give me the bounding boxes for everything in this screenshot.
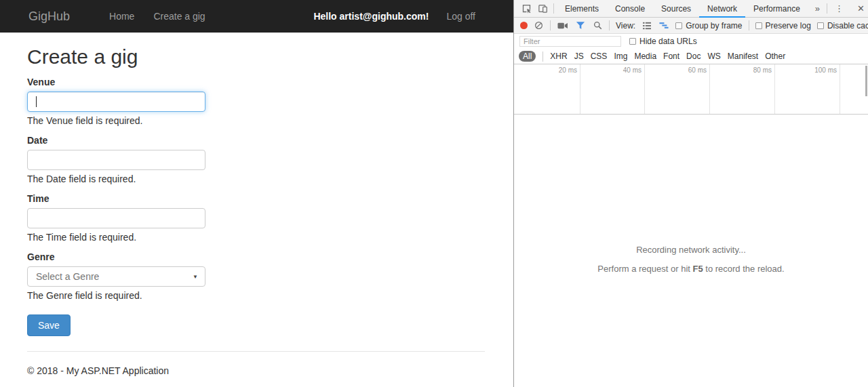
tabs-overflow-icon[interactable]: » xyxy=(808,3,827,14)
network-toolbar: View: Group by frame Preserve log Disabl… xyxy=(514,18,868,34)
tab-network[interactable]: Network xyxy=(699,0,745,18)
group-by-frame-label: Group by frame xyxy=(686,21,742,30)
hint-text-pre: Perform a request or hit xyxy=(597,264,692,274)
date-input[interactable] xyxy=(27,150,205,170)
group-by-frame-checkbox[interactable] xyxy=(675,22,682,29)
close-icon[interactable]: ✕ xyxy=(851,3,868,14)
disable-cache-option: Disable cac xyxy=(817,21,868,30)
request-type-filters: All XHR JS CSS Img Media Font Doc WS Man… xyxy=(514,49,868,64)
browser-page: GigHub Home Create a gig Hello artist@gi… xyxy=(0,0,513,387)
network-filter-row: Hide data URLs xyxy=(514,34,868,49)
divider xyxy=(749,20,749,30)
timeline-gridline xyxy=(580,64,580,114)
venue-input-wrap xyxy=(27,91,205,112)
timeline-tick: 80 ms xyxy=(753,66,772,74)
network-overview-timeline[interactable]: 20 ms 40 ms 60 ms 80 ms 100 ms xyxy=(514,64,868,115)
nav-item-home[interactable]: Home xyxy=(109,11,134,22)
save-button[interactable]: Save xyxy=(27,314,71,336)
venue-label: Venue xyxy=(27,77,485,87)
hide-data-urls-label: Hide data URLs xyxy=(639,37,697,46)
device-toolbar-icon[interactable] xyxy=(534,1,551,17)
timeline-tick: 60 ms xyxy=(688,66,707,74)
genre-validation-message: The Genre field is required. xyxy=(27,290,485,301)
clear-icon[interactable] xyxy=(534,18,544,34)
hide-data-urls-checkbox[interactable] xyxy=(629,38,636,45)
time-label: Time xyxy=(27,193,485,204)
preserve-log-option: Preserve log xyxy=(755,21,811,30)
date-form-group: Date The Date field is required. xyxy=(27,135,485,184)
disable-cache-label: Disable cac xyxy=(827,21,868,30)
page-content: Create a gig Venue The Venue field is re… xyxy=(0,45,485,387)
hide-data-urls-option: Hide data URLs xyxy=(629,37,697,46)
filter-pill-css[interactable]: CSS xyxy=(591,52,608,61)
timeline-gridline xyxy=(709,64,710,114)
show-overview-icon[interactable] xyxy=(658,18,669,34)
hint-text-post: to record the reload. xyxy=(703,264,785,274)
divider xyxy=(550,20,551,30)
timeline-gridline xyxy=(774,64,775,114)
filter-pill-all[interactable]: All xyxy=(519,51,536,62)
divider xyxy=(542,52,543,62)
large-request-rows-icon[interactable] xyxy=(642,18,652,34)
filter-pill-ws[interactable]: WS xyxy=(707,52,720,61)
time-input[interactable] xyxy=(27,208,205,228)
navbar-brand[interactable]: GigHub xyxy=(28,9,70,24)
genre-label: Genre xyxy=(27,251,485,262)
genre-select[interactable]: Select a Genre ▼ xyxy=(27,266,205,287)
venue-form-group: Venue The Venue field is required. xyxy=(27,77,485,126)
record-button[interactable] xyxy=(520,22,528,29)
date-validation-message: The Date field is required. xyxy=(27,174,485,184)
reload-hint-text: Perform a request or hit F5 to record th… xyxy=(514,264,868,274)
filter-pill-other[interactable]: Other xyxy=(765,52,785,61)
genre-select-value: Select a Genre xyxy=(36,271,99,282)
preserve-log-checkbox[interactable] xyxy=(755,22,762,29)
devtools-tabbar: Elements Console Sources Network Perform… xyxy=(514,0,868,18)
page-title: Create a gig xyxy=(27,45,485,68)
preserve-log-label: Preserve log xyxy=(766,21,811,30)
tab-performance[interactable]: Performance xyxy=(745,0,808,18)
divider xyxy=(553,3,554,14)
time-input-wrap xyxy=(27,208,205,228)
view-label: View: xyxy=(616,21,635,30)
overview-scrollbar-thumb[interactable] xyxy=(865,66,867,96)
time-validation-message: The Time field is required. xyxy=(27,232,485,243)
recording-status-text: Recording network activity... xyxy=(514,245,868,255)
nav-item-create-a-gig[interactable]: Create a gig xyxy=(153,11,205,22)
tab-console[interactable]: Console xyxy=(607,0,653,18)
filter-pill-media[interactable]: Media xyxy=(634,52,656,61)
venue-input[interactable] xyxy=(27,91,205,112)
network-requests-empty-state: Recording network activity... Perform a … xyxy=(514,115,868,387)
tab-elements[interactable]: Elements xyxy=(557,0,607,18)
search-icon[interactable] xyxy=(592,18,603,34)
filter-pill-font[interactable]: Font xyxy=(663,52,679,61)
genre-form-group: Genre Select a Genre ▼ The Genre field i… xyxy=(27,251,485,301)
log-off-link[interactable]: Log off xyxy=(446,11,475,22)
text-caret xyxy=(36,96,37,107)
divider xyxy=(609,20,610,30)
filter-pill-xhr[interactable]: XHR xyxy=(550,52,567,61)
venue-validation-message: The Venue field is required. xyxy=(27,115,485,126)
filter-pill-img[interactable]: Img xyxy=(614,52,627,61)
timeline-tick: 100 ms xyxy=(814,66,837,74)
inspect-element-icon[interactable] xyxy=(518,1,534,17)
divider xyxy=(827,3,827,14)
group-by-frame-option: Group by frame xyxy=(675,21,742,30)
filter-pill-doc[interactable]: Doc xyxy=(686,52,701,61)
more-options-icon[interactable]: ⋮ xyxy=(829,3,850,14)
filter-funnel-icon[interactable] xyxy=(574,18,586,34)
filter-pill-js[interactable]: JS xyxy=(574,52,584,61)
user-greeting[interactable]: Hello artist@gighub.com! xyxy=(313,11,429,22)
hint-key-f5: F5 xyxy=(693,264,703,274)
screen: GigHub Home Create a gig Hello artist@gi… xyxy=(0,0,868,387)
filter-pill-manifest[interactable]: Manifest xyxy=(728,52,758,61)
footer-copyright: © 2018 - My ASP.NET Application xyxy=(27,352,485,387)
timeline-gridline xyxy=(840,64,840,114)
date-label: Date xyxy=(27,135,485,146)
date-input-wrap xyxy=(27,150,205,170)
capture-screenshots-icon[interactable] xyxy=(557,18,568,34)
navbar-right: Hello artist@gighub.com! Log off xyxy=(313,11,475,22)
tab-sources[interactable]: Sources xyxy=(653,0,699,18)
disable-cache-checkbox[interactable] xyxy=(817,22,824,29)
filter-input[interactable] xyxy=(519,36,621,47)
timeline-tick: 20 ms xyxy=(559,66,577,74)
